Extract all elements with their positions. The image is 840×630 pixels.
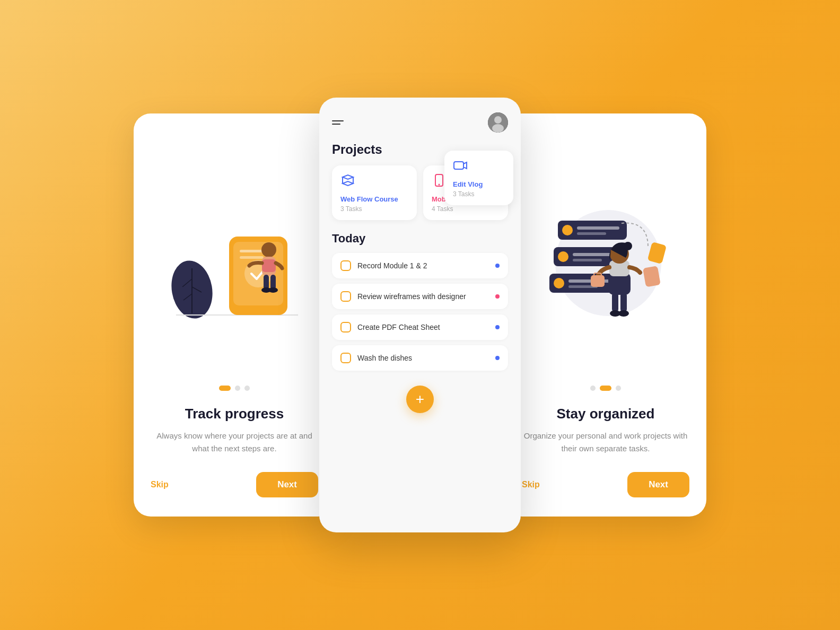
- task-item-4[interactable]: Wash the dishes: [332, 345, 508, 371]
- cards-container: Track progress Always know where your pr…: [102, 55, 738, 575]
- dot-3: [244, 386, 250, 391]
- svg-rect-32: [577, 226, 619, 230]
- svg-rect-44: [612, 292, 618, 312]
- webflow-icon: [340, 173, 408, 191]
- dot-2: [235, 386, 240, 391]
- right-card-desc: Organize your personal and work projects…: [522, 430, 689, 455]
- right-dot-1: [590, 386, 596, 391]
- svg-rect-36: [573, 253, 615, 256]
- project-card-editvlog[interactable]: Edit Vlog 3 Tasks: [444, 151, 513, 205]
- right-card-footer: Skip Next: [522, 472, 689, 497]
- left-card-desc: Always know where your projects are at a…: [151, 430, 318, 455]
- card-middle: Projects Web Flow Course 3 Tasks Mobile …: [319, 98, 521, 532]
- svg-marker-28: [463, 162, 467, 169]
- task-dot-4: [495, 356, 500, 360]
- webflow-tasks: 3 Tasks: [340, 205, 408, 213]
- right-next-button[interactable]: Next: [627, 472, 689, 497]
- svg-point-47: [618, 310, 629, 317]
- svg-rect-10: [240, 256, 264, 259]
- dot-1: [219, 386, 231, 391]
- right-illustration: [522, 135, 689, 386]
- left-card-footer: Skip Next: [151, 472, 318, 497]
- task-dot-2: [495, 294, 500, 299]
- task-item-1[interactable]: Record Module 1 & 2: [332, 253, 508, 278]
- left-skip-button[interactable]: Skip: [151, 480, 169, 489]
- task-checkbox-1[interactable]: [340, 260, 351, 271]
- svg-rect-45: [620, 292, 627, 312]
- svg-point-26: [439, 184, 440, 186]
- svg-rect-13: [262, 259, 276, 272]
- task-checkbox-2[interactable]: [340, 291, 351, 302]
- svg-rect-14: [264, 275, 269, 290]
- task-dot-3: [495, 325, 500, 329]
- right-card-title: Stay organized: [557, 406, 655, 422]
- svg-point-53: [624, 242, 632, 250]
- editvlog-tasks: 3 Tasks: [453, 190, 505, 198]
- editvlog-icon: [453, 158, 505, 176]
- task-item-2[interactable]: Review wireframes with designer: [332, 284, 508, 309]
- svg-point-11: [261, 242, 276, 257]
- svg-rect-33: [577, 232, 606, 235]
- left-dots: [219, 386, 250, 391]
- left-next-button[interactable]: Next: [256, 472, 318, 497]
- task-dot-1: [495, 264, 500, 268]
- left-illustration: [151, 135, 318, 386]
- task-item-3[interactable]: Create PDF Cheat Sheet: [332, 314, 508, 340]
- add-task-button[interactable]: +: [406, 386, 434, 413]
- task-text-2: Review wireframes with designer: [357, 292, 466, 301]
- task-checkbox-3[interactable]: [340, 322, 351, 332]
- svg-marker-24: [343, 181, 353, 186]
- svg-marker-21: [343, 175, 353, 179]
- svg-point-39: [554, 278, 564, 288]
- svg-point-35: [558, 251, 568, 262]
- card-left: Track progress Always know where your pr…: [134, 113, 335, 517]
- avatar[interactable]: [488, 112, 508, 133]
- task-text-4: Wash the dishes: [357, 354, 412, 362]
- project-card-webflow[interactable]: Web Flow Course 3 Tasks: [332, 165, 417, 220]
- menu-icon[interactable]: [332, 120, 344, 125]
- left-card-title: Track progress: [185, 406, 284, 422]
- editvlog-name: Edit Vlog: [453, 180, 505, 188]
- svg-rect-37: [573, 259, 602, 261]
- svg-point-20: [492, 124, 504, 133]
- webflow-name: Web Flow Course: [340, 195, 408, 203]
- right-skip-button[interactable]: Skip: [522, 480, 540, 489]
- svg-point-17: [268, 287, 278, 293]
- svg-point-19: [494, 116, 502, 124]
- svg-rect-15: [270, 275, 276, 290]
- today-section: Today Record Module 1 & 2 Review wirefra…: [332, 232, 508, 376]
- task-text-1: Record Module 1 & 2: [357, 261, 427, 270]
- projects-row: Web Flow Course 3 Tasks Mobile X 4 Tasks…: [332, 165, 508, 220]
- right-dot-3: [616, 386, 621, 391]
- task-text-3: Create PDF Cheat Sheet: [357, 323, 440, 331]
- middle-header: [332, 112, 508, 133]
- svg-rect-27: [454, 162, 463, 169]
- mobilex-tasks: 4 Tasks: [432, 205, 500, 213]
- task-checkbox-4[interactable]: [340, 353, 351, 363]
- card-right: Stay organized Organize your personal an…: [505, 113, 706, 517]
- right-dot-2: [600, 386, 611, 391]
- today-title: Today: [332, 232, 508, 246]
- right-dots: [590, 386, 621, 391]
- svg-point-31: [562, 225, 573, 235]
